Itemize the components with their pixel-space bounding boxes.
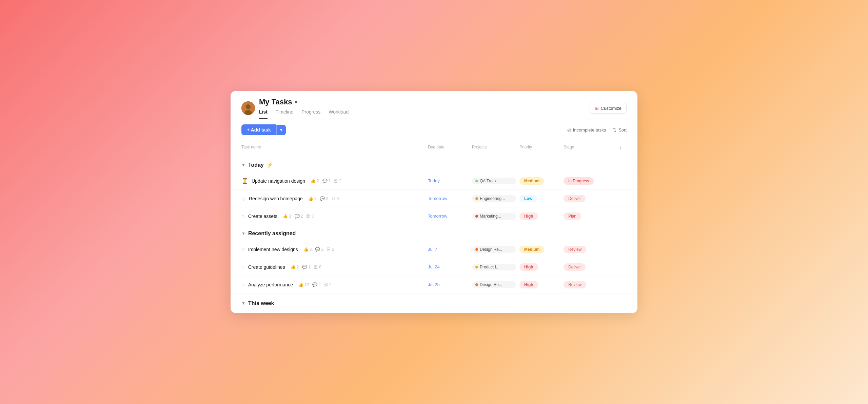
- section-chevron-icon: ▼: [241, 163, 245, 167]
- link-count: ⛓ 2: [327, 247, 334, 252]
- stage-cell: Plan: [564, 213, 614, 220]
- section-this-week-label: This week: [248, 300, 274, 306]
- priority-badge[interactable]: High: [519, 213, 538, 220]
- title-row: My Tasks ▾: [259, 98, 349, 106]
- stage-cell: In Progress: [564, 177, 614, 185]
- comment-icon: 💬: [322, 179, 328, 183]
- priority-badge[interactable]: High: [519, 263, 538, 271]
- priority-cell: Medium: [519, 246, 564, 253]
- add-column-button[interactable]: +: [614, 143, 627, 153]
- add-task-dropdown-button[interactable]: ▾: [276, 125, 286, 135]
- like-count: 👍 12: [298, 282, 309, 287]
- title-dropdown-icon[interactable]: ▾: [295, 99, 297, 105]
- comment-icon: 💬: [295, 214, 300, 219]
- project-cell: Marketing...: [472, 213, 519, 220]
- table-row[interactable]: ○ Implement new designs 👍 2 💬 2 ⛓ 2: [231, 241, 637, 258]
- link-count: ⛓ 3: [306, 214, 314, 219]
- link-icon: ⛓: [314, 265, 318, 269]
- customize-button[interactable]: ⊞ Customize: [590, 103, 627, 114]
- project-cell: Product L...: [472, 264, 519, 270]
- section-today-header[interactable]: ▼ Today ⚡: [231, 156, 637, 172]
- table-row[interactable]: ○ Create assets 👍 3 💬 2 ⛓ 3: [231, 207, 637, 225]
- priority-badge[interactable]: Medium: [519, 246, 544, 253]
- task-name: Create guidelines: [248, 264, 285, 270]
- table-row[interactable]: ◇ Redesign web homepage 👍 2 💬 2 ⛓ 4: [231, 190, 637, 207]
- sort-button[interactable]: ⇅ Sort: [613, 127, 627, 133]
- tab-list[interactable]: List: [259, 109, 268, 119]
- comment-count: 💬 1: [322, 179, 331, 183]
- stage-badge[interactable]: Deliver: [564, 263, 586, 271]
- section-chevron-icon: ▼: [241, 231, 245, 236]
- tab-progress[interactable]: Progress: [301, 109, 320, 119]
- like-count: 👍 2: [291, 265, 299, 269]
- priority-cell: Medium: [519, 177, 564, 185]
- stage-badge[interactable]: Review: [564, 246, 586, 253]
- tab-workload[interactable]: Workload: [329, 109, 349, 119]
- task-meta: 👍 3 💬 2 ⛓ 3: [283, 214, 314, 219]
- task-name-cell: ○ Implement new designs 👍 2 💬 2 ⛓ 2: [241, 243, 428, 256]
- circle-check-icon: ◎: [567, 127, 571, 133]
- table-row[interactable]: ⏳ Update navigation design 👍 2 💬 1 ⛓ 2: [231, 172, 637, 190]
- project-badge[interactable]: QA Tracki...: [472, 178, 516, 184]
- priority-badge[interactable]: Medium: [519, 177, 544, 185]
- project-badge[interactable]: Engineering...: [472, 195, 516, 202]
- task-name-cell: ○ Analyze performance 👍 12 💬 2 ⛓ 2: [241, 278, 428, 291]
- tab-timeline[interactable]: Timeline: [276, 109, 293, 119]
- task-name: Implement new designs: [248, 247, 298, 252]
- task-name-cell: ○ Create guidelines 👍 2 💬 1 ⛓ 8: [241, 261, 428, 274]
- stage-badge[interactable]: Deliver: [564, 195, 586, 202]
- stage-badge[interactable]: In Progress: [564, 177, 594, 185]
- check-circle-icon: ○: [241, 264, 245, 270]
- col-task-name: Task name: [241, 143, 428, 153]
- col-priority: Priority: [519, 143, 564, 153]
- incomplete-tasks-button[interactable]: ◎ Incomplete tasks: [567, 127, 606, 133]
- table-row[interactable]: ○ Analyze performance 👍 12 💬 2 ⛓ 2: [231, 276, 637, 294]
- tabs: List Timeline Progress Workload: [259, 109, 349, 119]
- link-icon: ⛓: [327, 247, 331, 252]
- project-dot: [475, 283, 478, 286]
- project-badge[interactable]: Design Re...: [472, 281, 516, 288]
- task-name-cell: ○ Create assets 👍 3 💬 2 ⛓ 3: [241, 210, 428, 223]
- toolbar: + Add task ▾ ◎ Incomplete tasks ⇅ Sort: [231, 119, 637, 141]
- project-dot: [475, 180, 478, 182]
- stage-cell: Review: [564, 281, 614, 288]
- task-name: Create assets: [248, 214, 277, 219]
- section-this-week-header[interactable]: ▼ This week: [231, 294, 637, 313]
- task-name-cell: ◇ Redesign web homepage 👍 2 💬 2 ⛓ 4: [241, 192, 428, 205]
- section-recently-assigned-header[interactable]: ▼ Recently assigned: [231, 225, 637, 241]
- like-icon: 👍: [283, 214, 288, 219]
- sort-icon: ⇅: [613, 127, 616, 133]
- add-task-button[interactable]: + Add task: [241, 124, 276, 135]
- comment-icon: 💬: [312, 282, 317, 287]
- project-badge[interactable]: Marketing...: [472, 213, 516, 220]
- page-title: My Tasks: [259, 98, 292, 106]
- app-card: My Tasks ▾ List Timeline Progress Worklo…: [231, 91, 637, 313]
- priority-cell: High: [519, 263, 564, 271]
- stage-badge[interactable]: Review: [564, 281, 586, 288]
- section-recently-assigned: ▼ Recently assigned ○ Implement new desi…: [231, 225, 637, 294]
- link-count: ⛓ 8: [314, 265, 321, 269]
- header: My Tasks ▾ List Timeline Progress Worklo…: [231, 91, 637, 119]
- add-task-group: + Add task ▾: [241, 124, 286, 135]
- section-chevron-icon: ▼: [241, 301, 245, 306]
- priority-badge[interactable]: High: [519, 281, 538, 288]
- project-dot: [475, 266, 478, 268]
- table-row[interactable]: ○ Create guidelines 👍 2 💬 1 ⛓ 8: [231, 258, 637, 276]
- stage-badge[interactable]: Plan: [564, 213, 581, 220]
- col-due-date: Due date: [428, 143, 472, 153]
- task-name: Update navigation design: [252, 178, 305, 184]
- stage-cell: Review: [564, 246, 614, 253]
- like-icon: 👍: [308, 196, 313, 201]
- project-dot: [475, 215, 478, 218]
- like-count: 👍 2: [308, 196, 317, 201]
- avatar: [241, 101, 255, 115]
- task-name: Analyze performance: [248, 282, 293, 287]
- project-badge[interactable]: Design Re...: [472, 246, 516, 253]
- diamond-icon: ◇: [241, 195, 245, 202]
- like-count: 👍 2: [311, 179, 319, 183]
- priority-badge[interactable]: Low: [519, 195, 537, 202]
- lightning-icon: ⚡: [267, 162, 273, 168]
- section-recently-assigned-label: Recently assigned: [248, 230, 296, 237]
- project-badge[interactable]: Product L...: [472, 264, 516, 270]
- like-icon: 👍: [303, 247, 309, 252]
